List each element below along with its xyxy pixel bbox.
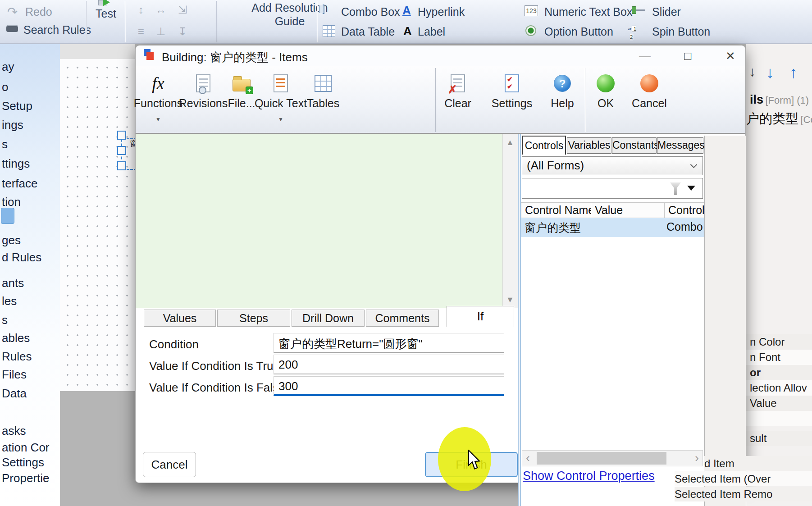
formula-editor[interactable]: ▲ ▼ [136,134,518,308]
scroll-right-icon[interactable]: › [695,451,699,465]
column-header-control-type[interactable]: Control T [664,202,704,218]
numeric-text-box-button[interactable]: Numeric Text Box [544,5,632,18]
horizontal-scrollbar[interactable]: ‹ › [522,450,703,466]
slider-button[interactable]: Slider [652,5,681,18]
property-row[interactable] [746,411,812,426]
align-left-icon[interactable]: ≡ [133,25,149,38]
test-button[interactable]: Test [96,7,116,20]
sidebar-item[interactable]: Setup [2,99,32,113]
property-row[interactable]: sult [746,431,812,446]
selection-handle[interactable] [117,161,126,170]
move-up-blue-icon[interactable]: ↑ [789,63,798,82]
sidebar-item[interactable]: asks [2,424,26,438]
distribute-icon[interactable]: ↧ [175,25,190,38]
tab-steps[interactable]: Steps [217,310,290,327]
align-horizontal-icon[interactable]: ↔ [153,4,169,16]
selection-handle[interactable] [117,131,126,140]
scroll-left-icon[interactable]: ‹ [526,451,530,465]
property-row[interactable]: lection Allov [746,380,812,396]
sidebar-item[interactable]: Data [2,387,27,401]
column-header-value[interactable]: Value [591,202,665,218]
value-true-input[interactable]: 200 [274,355,504,374]
move-down-icon[interactable]: ↓ [749,64,756,79]
label-button[interactable]: Label [418,25,445,38]
ribbon-divider [317,1,317,42]
property-row[interactable]: Selected Item (Over [675,471,812,486]
tab-constants[interactable]: Constants [612,137,657,154]
property-row[interactable]: Value [746,396,812,411]
option-button-button[interactable]: Option Button [544,25,613,38]
property-row[interactable]: Selected Item Remo [675,487,812,501]
sidebar-item[interactable]: o [2,80,8,94]
ribbon-divider [216,1,217,42]
sidebar-item[interactable]: les [2,294,17,308]
sidebar-item[interactable]: s [2,137,8,151]
help-icon: ? [554,75,571,92]
cancel-toolbar-button[interactable]: Cancel [620,71,679,134]
column-header-control-name[interactable]: Control Name [521,202,591,218]
sidebar-item[interactable]: terface [2,177,38,191]
property-row[interactable]: or [746,365,812,380]
show-control-properties-link[interactable]: Show Control Properties [523,469,655,483]
filter-input[interactable] [522,178,703,199]
spin-button-button[interactable]: Spin Button [652,25,710,38]
sidebar-item[interactable]: ttings [2,157,30,171]
tab-if[interactable]: If [447,306,514,327]
sidebar-item[interactable]: s [2,313,8,327]
sidebar-item[interactable]: ation Cor [2,441,50,455]
scrollbar-thumb[interactable] [537,452,666,465]
align-bottom-icon[interactable]: ⊥ [153,25,169,38]
dialog-titlebar[interactable]: Building: 窗户的类型 - Items — □ ✕ [136,46,745,66]
table-row-selected[interactable]: 窗户的类型 Combo B [521,218,704,237]
property-row[interactable]: n Color [746,334,812,350]
sidebar-item[interactable]: Settings [2,456,44,470]
combo-box-button[interactable]: Combo Box [341,5,400,18]
tab-comments[interactable]: Comments [366,310,439,327]
cancel-button[interactable]: Cancel [143,452,196,477]
hyperlink-button[interactable]: Hyperlink [418,5,465,18]
sidebar-item[interactable]: tion [2,195,21,209]
filter-funnel-icon[interactable] [670,182,681,195]
tab-variables[interactable]: Variables [567,137,611,154]
sidebar-item[interactable]: ings [2,118,23,132]
dialog-toolbar: fx Functions ▼ Revisions + File... Quick… [136,66,745,134]
tab-values[interactable]: Values [144,310,216,327]
filter-dropdown-icon[interactable] [687,186,695,191]
maximize-button[interactable]: □ [674,48,701,64]
close-button[interactable]: ✕ [717,48,744,64]
form-design-canvas[interactable]: 窗 [60,59,135,391]
property-row[interactable]: d Item [704,456,812,471]
forms-dropdown[interactable]: (All Forms) [522,156,703,175]
redo-button[interactable]: Redo [25,5,52,18]
sidebar-item[interactable]: ges [2,233,21,247]
property-row[interactable]: n Font [746,350,812,365]
scroll-up-icon[interactable]: ▲ [506,138,514,147]
sidebar-item[interactable]: Propertie [2,471,50,485]
sidebar-item[interactable]: Rules [2,350,32,364]
selection-handle[interactable] [117,146,126,155]
clear-button[interactable]: ✗ Clear [429,71,487,134]
scroll-down-icon[interactable]: ▼ [506,295,514,305]
value-false-input[interactable]: 300 [274,376,504,396]
tables-button[interactable]: Tables [294,71,352,134]
condition-input[interactable]: 窗户的类型Return="圆形窗" [274,333,504,353]
search-rules-button[interactable]: Search Rules [23,23,91,36]
tab-drill-down[interactable]: Drill Down [292,310,365,327]
settings-button[interactable]: ✔✔ Settings [483,71,541,134]
sidebar-item[interactable]: Files [2,368,27,382]
tab-controls[interactable]: Controls [522,136,566,155]
panel-splitter[interactable] [518,134,521,506]
data-table-button[interactable]: Data Table [341,25,395,38]
sidebar-item[interactable]: ay [2,60,14,74]
sidebar-item[interactable]: ants [2,276,24,290]
command-bar-panel: Controls Variables Constants Messages (A… [521,136,704,506]
sidebar-item[interactable]: d Rules [2,251,41,264]
editor-scrollbar[interactable]: ▲ ▼ [502,134,518,308]
minimize-button[interactable]: — [631,48,658,64]
sidebar-item[interactable]: ables [2,331,30,345]
size-to-grid-icon[interactable]: ⇲ [175,4,190,16]
sidebar-item-selected[interactable] [1,208,14,224]
move-down-blue-icon[interactable]: ↓ [766,63,774,82]
tab-messages[interactable]: Messages [657,137,703,154]
align-vertical-icon[interactable]: ↕ [133,4,149,16]
